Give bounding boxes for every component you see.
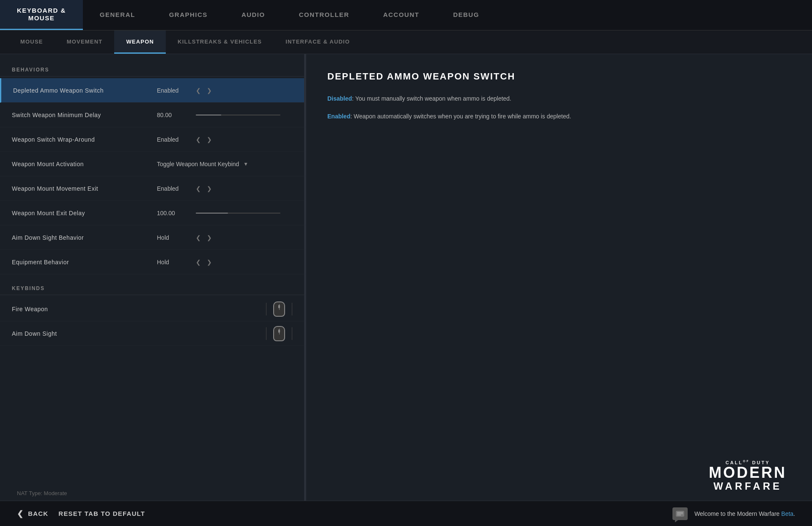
info-panel: DEPLETED AMMO WEAPON SWITCH Disabled: Yo… (306, 54, 812, 501)
weapon-mount-movement-exit-next[interactable]: ❯ (207, 185, 212, 192)
setting-fire-weapon[interactable]: Fire Weapon (0, 297, 304, 321)
weapon-mount-activation-dropdown[interactable]: Toggle Weapon Mount Keybind ▼ (157, 161, 248, 167)
mouse-scroll-wheel (278, 305, 280, 308)
weapon-mount-movement-exit-prev[interactable]: ❮ (196, 185, 201, 192)
chat-bubble-icon (676, 511, 684, 517)
setting-aim-down-sight-keybind[interactable]: Aim Down Sight (0, 321, 304, 346)
aim-down-sight-keybind (258, 326, 292, 341)
setting-value-depleted-ammo: Enabled ❮ ❯ (157, 87, 292, 94)
keybinds-section-header: KEYBINDS (0, 281, 304, 295)
depleted-ammo-prev-arrow[interactable]: ❮ (196, 87, 201, 94)
weapon-mount-exit-delay-value: 100.00 (157, 210, 191, 216)
equipment-behavior-arrows[interactable]: ❮ ❯ (196, 259, 212, 266)
setting-weapon-mount-movement-exit[interactable]: Weapon Mount Movement Exit Enabled ❮ ❯ (0, 176, 304, 201)
setting-weapon-switch-wrap[interactable]: Weapon Switch Wrap-Around Enabled ❮ ❯ (0, 127, 304, 152)
setting-label-switch-weapon-delay: Switch Weapon Minimum Delay (12, 112, 101, 118)
setting-depleted-ammo-weapon-switch[interactable]: Depleted Ammo Weapon Switch Enabled ❮ ❯ (0, 78, 304, 103)
aim-down-sight-behavior-value: Hold (157, 234, 191, 241)
setting-value-equipment-behavior: Hold ❮ ❯ (157, 259, 292, 266)
switch-weapon-delay-slider[interactable] (196, 115, 280, 115)
setting-value-weapon-mount-exit-delay: 100.00 (157, 210, 292, 216)
setting-label-weapon-mount-exit-delay: Weapon Mount Exit Delay (12, 210, 85, 216)
cod-logo-modern: MODERN (709, 465, 787, 480)
tab-general-label: GENERAL (100, 11, 135, 18)
tab-mouse-label: MOUSE (20, 38, 43, 45)
setting-weapon-mount-exit-delay[interactable]: Weapon Mount Exit Delay 100.00 (0, 201, 304, 225)
back-arrow-icon: ❮ (17, 509, 24, 518)
tab-account-label: ACCOUNT (383, 11, 420, 18)
nat-type: NAT Type: Moderate (17, 490, 67, 496)
welcome-beta: Beta (781, 510, 793, 517)
setting-label-fire-weapon: Fire Weapon (12, 306, 48, 312)
back-button[interactable]: ❮ Back (17, 509, 48, 518)
tab-interface[interactable]: INTERFACE & AUDIO (274, 30, 362, 54)
fire-weapon-mouse-icon (273, 301, 285, 317)
tab-weapon-label: WEAPON (126, 38, 154, 45)
tab-debug[interactable]: DEBUG (436, 0, 496, 30)
tab-killstreaks[interactable]: KILLSTREAKS & VEHICLES (166, 30, 274, 54)
slider-track-2 (196, 213, 280, 214)
setting-label-depleted-ammo: Depleted Ammo Weapon Switch (13, 87, 104, 94)
setting-aim-down-sight-behavior[interactable]: Aim Down Sight Behavior Hold ❮ ❯ (0, 225, 304, 250)
tab-controller-label: CONTROLLER (299, 11, 349, 18)
setting-label-equipment-behavior: Equipment Behavior (12, 259, 69, 266)
tab-graphics-label: GRAPHICS (169, 11, 208, 18)
info-keyword-disabled: Disabled (327, 95, 352, 102)
setting-value-weapon-switch-wrap: Enabled ❮ ❯ (157, 136, 292, 143)
chat-icon[interactable] (672, 507, 688, 520)
depleted-ammo-arrows[interactable]: ❮ ❯ (196, 87, 212, 94)
equipment-behavior-prev[interactable]: ❮ (196, 259, 201, 266)
setting-label-weapon-mount-activation: Weapon Mount Activation (12, 161, 84, 167)
welcome-period: . (793, 510, 795, 517)
weapon-switch-wrap-arrows[interactable]: ❮ ❯ (196, 136, 212, 143)
bottom-bar-left: ❮ Back Reset tab to Default (17, 509, 145, 518)
weapon-switch-wrap-value: Enabled (157, 136, 191, 143)
info-line-enabled: Enabled: Weapon automatically switches w… (327, 112, 791, 121)
slider-fill-2 (196, 213, 228, 214)
tab-keyboard-mouse[interactable]: KEYBOARD &MOUSE (0, 0, 83, 30)
setting-switch-weapon-min-delay[interactable]: Switch Weapon Minimum Delay 80.00 (0, 103, 304, 127)
depleted-ammo-next-arrow[interactable]: ❯ (207, 87, 212, 94)
setting-value-switch-weapon-delay: 80.00 (157, 112, 292, 118)
setting-value-aim-down-sight-behavior: Hold ❮ ❯ (157, 234, 292, 241)
aim-down-sight-behavior-next[interactable]: ❯ (207, 234, 212, 241)
weapon-mount-exit-delay-slider[interactable] (196, 213, 280, 214)
weapon-switch-wrap-prev-arrow[interactable]: ❮ (196, 136, 201, 143)
switch-weapon-delay-value: 80.00 (157, 112, 191, 118)
keybind-separator-right (292, 303, 292, 315)
tab-mouse[interactable]: MOUSE (8, 30, 55, 54)
aim-down-sight-behavior-arrows[interactable]: ❮ ❯ (196, 234, 212, 241)
behaviors-section-header: BEHAVIORS (0, 63, 304, 77)
fire-weapon-keybind (258, 301, 292, 317)
setting-label-aim-down-sight-behavior: Aim Down Sight Behavior (12, 234, 84, 241)
equipment-behavior-next[interactable]: ❯ (207, 259, 212, 266)
setting-weapon-mount-activation[interactable]: Weapon Mount Activation Toggle Weapon Mo… (0, 152, 304, 176)
reset-button[interactable]: Reset tab to Default (58, 510, 145, 517)
ads-keybind-separator-left (266, 327, 266, 340)
setting-label-weapon-mount-movement-exit: Weapon Mount Movement Exit (12, 185, 98, 192)
weapon-mount-movement-exit-arrows[interactable]: ❮ ❯ (196, 185, 212, 192)
setting-label-weapon-switch-wrap: Weapon Switch Wrap-Around (12, 136, 95, 143)
tab-controller[interactable]: CONTROLLER (282, 0, 366, 30)
tab-killstreaks-label: KILLSTREAKS & VEHICLES (178, 38, 262, 45)
tab-movement[interactable]: MOVEMENT (55, 30, 115, 54)
bottom-bar: ❮ Back Reset tab to Default Welcome to t… (0, 501, 812, 526)
back-button-label: Back (28, 510, 48, 517)
weapon-mount-activation-value: Toggle Weapon Mount Keybind (157, 161, 239, 167)
second-navigation: MOUSE MOVEMENT WEAPON KILLSTREAKS & VEHI… (0, 30, 812, 54)
tab-general[interactable]: GENERAL (83, 0, 152, 30)
depleted-ammo-value: Enabled (157, 87, 191, 94)
tab-account[interactable]: ACCOUNT (366, 0, 436, 30)
weapon-mount-movement-exit-value: Enabled (157, 185, 191, 192)
tab-graphics[interactable]: GRAPHICS (152, 0, 225, 30)
tab-keyboard-mouse-label: KEYBOARD &MOUSE (17, 7, 66, 22)
tab-audio[interactable]: AUDIO (225, 0, 282, 30)
weapon-switch-wrap-next-arrow[interactable]: ❯ (207, 136, 212, 143)
aim-down-sight-behavior-prev[interactable]: ❮ (196, 234, 201, 241)
tab-interface-label: INTERFACE & AUDIO (285, 38, 350, 45)
tab-weapon[interactable]: WEAPON (114, 30, 166, 54)
settings-panel: BEHAVIORS Depleted Ammo Weapon Switch En… (0, 54, 304, 501)
info-keyword-enabled: Enabled (327, 113, 350, 120)
setting-equipment-behavior[interactable]: Equipment Behavior Hold ❮ ❯ (0, 250, 304, 274)
info-text-enabled: : Weapon automatically switches when you… (350, 113, 571, 120)
